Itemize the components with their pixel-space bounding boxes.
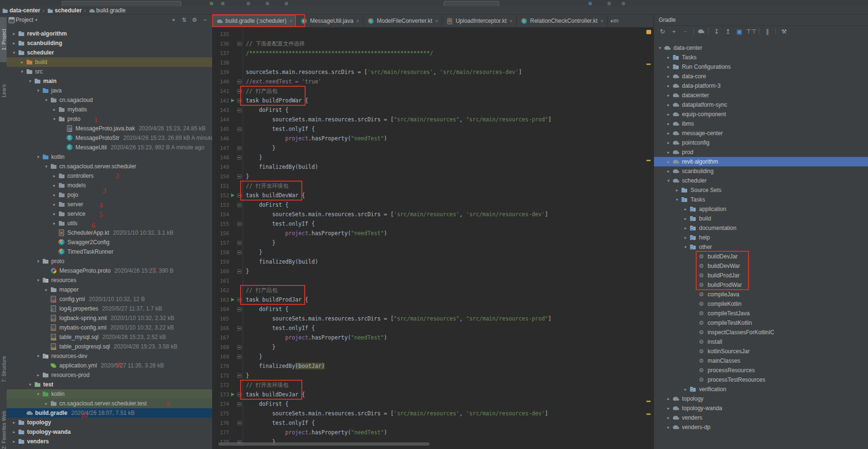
fold-box-icon[interactable] [237, 345, 242, 349]
tree-row[interactable]: logback-spring.xml2020/1/10 10:32, 2.32 … [7, 313, 212, 323]
tree-expanded-arrow-icon[interactable]: ▾ [27, 382, 34, 387]
fold-box-icon[interactable] [237, 402, 242, 406]
fold-marker-icon[interactable] [236, 219, 243, 229]
fold-marker-icon[interactable] [236, 39, 243, 48]
tree-row[interactable]: ▾kotlin [7, 152, 212, 162]
run-arrow-icon[interactable] [231, 393, 234, 396]
gradle-tree-row[interactable]: ▸venders [654, 413, 868, 422]
tree-collapsed-arrow-icon[interactable]: ▸ [665, 169, 672, 174]
toolbar-icon[interactable] [247, 2, 250, 5]
gradle-tree-row[interactable]: ▸verification [654, 385, 868, 394]
tree-expanded-arrow-icon[interactable]: ▾ [19, 69, 26, 74]
tool-window-button[interactable]: 2: Favorites [0, 427, 7, 449]
fold-marker-icon[interactable] [236, 371, 243, 380]
gradle-tree-row[interactable]: ▸Source Sets [654, 185, 868, 195]
gradle-tree-row[interactable]: compileTestKotlin [654, 318, 868, 328]
warning-stripe-mark[interactable] [646, 413, 651, 415]
tree-row[interactable]: ▸mapper [7, 285, 212, 294]
add-gradle-project-icon[interactable]: + [669, 28, 679, 35]
tree-row[interactable]: ▸venders [7, 437, 212, 446]
tree-row[interactable]: ▾kotlin [7, 389, 212, 399]
tree-row[interactable]: ▸topology-wanda [7, 427, 212, 437]
tree-row[interactable]: Swagger2Config [7, 238, 212, 247]
tree-row[interactable]: application.yml2020/5/27 11:35, 3.26 kB [7, 361, 212, 370]
tree-collapsed-arrow-icon[interactable]: ▸ [665, 131, 672, 136]
gradle-tree-row[interactable]: ▸Run Configurations [654, 62, 868, 72]
tree-row[interactable]: ▸scanbuilding [7, 38, 212, 48]
tree-expanded-arrow-icon[interactable]: ▾ [35, 354, 42, 358]
tree-collapsed-arrow-icon[interactable]: ▸ [665, 112, 672, 117]
tree-collapsed-arrow-icon[interactable]: ▸ [665, 150, 672, 155]
tree-expanded-arrow-icon[interactable]: ▾ [51, 117, 58, 121]
fold-marker-icon[interactable] [236, 304, 243, 314]
show-ignored-icon[interactable]: ⊤⊤ [746, 28, 756, 35]
tree-collapsed-arrow-icon[interactable]: ▸ [665, 64, 672, 69]
tree-collapsed-arrow-icon[interactable]: ▸ [10, 439, 18, 444]
fold-marker-icon[interactable] [236, 418, 243, 428]
gradle-tree-row[interactable]: ▸application [654, 204, 868, 214]
tree-row[interactable]: ▾main [7, 76, 212, 86]
tree-row[interactable]: ▸resources-prod [7, 370, 212, 380]
editor-tab[interactable]: ModelFileConverter.kt× [364, 15, 442, 27]
close-tab-icon[interactable]: × [356, 18, 359, 24]
tree-collapsed-arrow-icon[interactable]: ▸ [10, 420, 18, 425]
fold-marker-icon[interactable] [236, 266, 243, 276]
breadcrumb-item[interactable]: build.gradle [96, 7, 126, 14]
tree-collapsed-arrow-icon[interactable]: ▸ [10, 31, 18, 36]
tree-collapsed-arrow-icon[interactable]: ▸ [665, 396, 672, 401]
tree-row[interactable]: ▸revit-algorithm [7, 29, 212, 38]
tree-row[interactable]: ▸server [7, 200, 212, 209]
collapse-all-icon[interactable]: ↥ [723, 28, 733, 35]
tool-window-button[interactable]: 7: Structure [0, 345, 7, 393]
fold-box-icon[interactable] [237, 146, 242, 150]
gradle-tree-row[interactable]: buildProdWar [654, 280, 868, 290]
gradle-tree-row[interactable]: ▸data-core [654, 72, 868, 81]
fold-marker-icon[interactable] [236, 153, 243, 162]
gradle-tree-row[interactable]: ▸help [654, 233, 868, 242]
tree-row[interactable]: TimedTaskRunner [7, 247, 212, 257]
editor-horizontal-scrollbar[interactable] [218, 442, 429, 446]
tree-expanded-arrow-icon[interactable]: ▾ [35, 278, 42, 283]
tree-row[interactable]: ▾proto [7, 114, 212, 124]
settings-icon[interactable]: ⚙ [189, 17, 200, 23]
tool-window-button[interactable]: 1: Project [0, 17, 7, 62]
gradle-tree-row[interactable]: ▸venders-dp [654, 422, 868, 432]
fold-marker-icon[interactable] [236, 143, 243, 153]
tool-window-button[interactable]: Learn [0, 76, 7, 105]
group-modules-icon[interactable]: ▣ [735, 28, 744, 35]
tree-collapsed-arrow-icon[interactable]: ▸ [51, 183, 58, 188]
gradle-tree-row[interactable]: buildDevWar [654, 261, 868, 271]
run-configuration-combo[interactable] [62, 1, 181, 6]
detach-gradle-project-icon[interactable]: − [681, 28, 690, 35]
fold-marker-icon[interactable] [236, 105, 243, 115]
close-tab-icon[interactable]: × [600, 18, 603, 24]
gradle-tree-row[interactable]: ▸ibms [654, 119, 868, 128]
tree-row[interactable]: ▾cn.sagacloud [7, 95, 212, 105]
editor-error-stripe[interactable] [645, 27, 652, 449]
toolbar-icon[interactable] [285, 2, 288, 5]
fold-box-icon[interactable] [237, 269, 242, 274]
breadcrumb-item[interactable]: scheduler [55, 7, 82, 14]
gradle-settings-icon[interactable]: ⚒ [779, 28, 789, 35]
tree-expanded-arrow-icon[interactable]: ▾ [10, 50, 18, 55]
warning-stripe-mark[interactable] [646, 160, 651, 161]
tree-expanded-arrow-icon[interactable]: ▾ [656, 46, 663, 50]
tree-collapsed-arrow-icon[interactable]: ▸ [51, 221, 58, 226]
debug-button-icon[interactable] [221, 2, 224, 5]
tree-row[interactable]: MessageUtil2020/4/26 15:23, 992 B A minu… [7, 143, 212, 152]
editor-tab[interactable]: RelationCheckController.kt× [517, 15, 608, 27]
run-task-icon[interactable] [229, 99, 236, 102]
toolbar-icon[interactable] [588, 2, 592, 5]
gradle-tree-row[interactable]: ▾data-center [654, 43, 868, 53]
gradle-elephant-icon[interactable] [697, 27, 705, 35]
breadcrumb-item[interactable]: data-center [9, 7, 40, 14]
tree-collapsed-arrow-icon[interactable]: ▸ [665, 83, 672, 88]
tree-expanded-arrow-icon[interactable]: ▾ [35, 259, 42, 264]
tree-row[interactable]: MessageProto.java.bak2020/4/26 15:23, 24… [7, 124, 212, 133]
tree-expanded-arrow-icon[interactable]: ▾ [43, 98, 50, 102]
chevron-down-icon[interactable]: ▾ [35, 18, 37, 22]
tree-row[interactable]: ▾resources [7, 275, 212, 285]
tree-collapsed-arrow-icon[interactable]: ▸ [51, 211, 58, 216]
tree-expanded-arrow-icon[interactable]: ▾ [35, 88, 42, 93]
tree-collapsed-arrow-icon[interactable]: ▸ [682, 216, 689, 221]
